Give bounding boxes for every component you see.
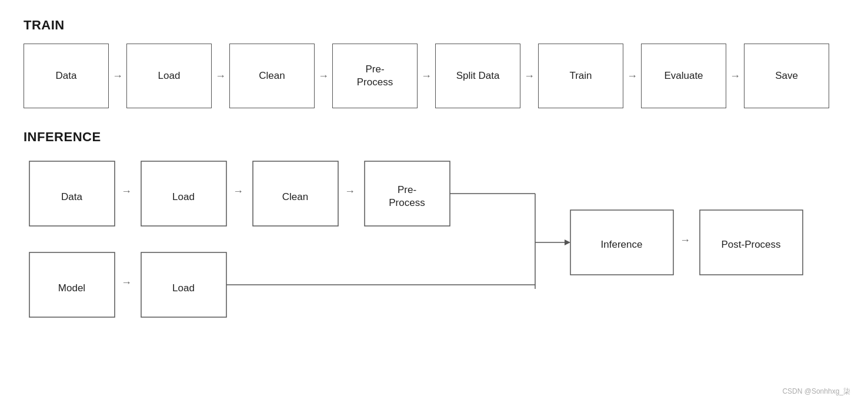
svg-text:→: → [345,185,355,197]
train-title: TRAIN [24,18,844,33]
train-step-load: Load [126,44,212,108]
arrow-4: → [421,70,432,82]
svg-text:Load: Load [172,191,195,202]
merge-arrow [565,239,570,245]
arrow-5: → [524,70,535,82]
inference-svg: Data → Load → Clean → Pre- Process Model… [24,155,835,326]
watermark: CSDN @Sonhhxg_柒 [782,387,850,397]
svg-text:Pre-: Pre- [398,184,416,195]
train-step-train: Train [538,44,623,108]
arrow-2: → [215,70,226,82]
svg-text:Inference: Inference [601,239,643,250]
train-step-evaluate: Evaluate [641,44,726,108]
train-step-data: Data [24,44,109,108]
arrow-3: → [318,70,329,82]
train-pipeline: Data → Load → Clean → Pre-Process → Spli… [24,44,844,108]
arrow-6: → [627,70,637,82]
inf-label-data: Data [61,191,82,202]
arrow-7: → [730,70,740,82]
svg-text:Load: Load [172,282,195,294]
train-step-preprocess: Pre-Process [332,44,418,108]
svg-text:→: → [121,277,132,288]
svg-text:Model: Model [58,282,85,294]
train-step-clean: Clean [229,44,315,108]
arrow-1: → [112,70,123,82]
svg-text:Post-Process: Post-Process [721,239,780,250]
svg-text:Clean: Clean [282,191,308,202]
train-step-splitdata: Split Data [435,44,520,108]
train-step-save: Save [744,44,829,108]
train-section: TRAIN Data → Load → Clean → Pre-Process … [24,18,844,108]
svg-text:→: → [680,234,690,246]
svg-text:→: → [233,185,243,197]
inference-section: INFERENCE Data → Load → Clean → Pre- Pro… [24,129,844,328]
svg-text:Process: Process [389,197,425,208]
inference-title: INFERENCE [24,129,844,145]
svg-text:→: → [121,185,132,197]
inference-diagram: Data → Load → Clean → Pre- Process Model… [24,155,844,328]
